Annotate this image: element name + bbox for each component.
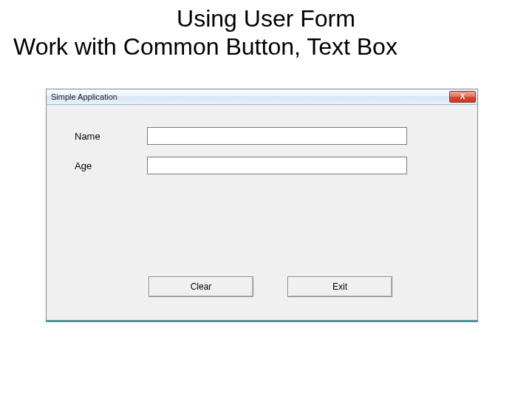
exit-button[interactable]: Exit [287, 276, 392, 297]
window-title: Simple Application [51, 92, 117, 101]
form-body: Name Age Clear Exit [46, 105, 478, 321]
close-button[interactable]: X [449, 91, 476, 103]
age-input[interactable] [147, 157, 407, 174]
label-name: Name [73, 130, 102, 143]
close-icon: X [460, 93, 466, 100]
name-input[interactable] [147, 127, 407, 145]
accent-underline [46, 321, 478, 322]
titlebar[interactable]: Simple Application X [46, 89, 478, 105]
slide-title-line1: Using User Form [0, 0, 532, 33]
label-age: Age [73, 160, 93, 172]
userform-window: Simple Application X Name Age Clear Exit [46, 89, 478, 321]
slide-title-line2: Work with Common Button, Text Box [0, 33, 532, 74]
clear-button[interactable]: Clear [149, 276, 253, 297]
